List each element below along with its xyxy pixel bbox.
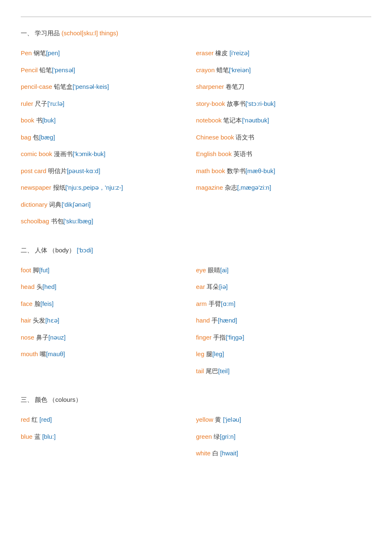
word-english: mouth bbox=[21, 350, 38, 357]
word-item-right-7: math book 数学书[mæθ-buk] bbox=[196, 163, 372, 180]
word-english: white bbox=[196, 450, 211, 457]
word-phonetic: [blu:] bbox=[41, 433, 56, 440]
word-chinese: 铅笔 bbox=[38, 66, 52, 73]
word-english: yellow bbox=[196, 416, 214, 423]
word-grid-1: Pen 钢笔[pen]eraser 橡皮 [i'reizə]Pencil 铅笔[… bbox=[21, 45, 371, 230]
word-english: Chinese book bbox=[196, 134, 234, 141]
word-chinese: 漫画书 bbox=[52, 150, 73, 157]
word-phonetic: [fut] bbox=[39, 266, 49, 274]
word-item-left-0: red 红 [red] bbox=[21, 411, 196, 428]
word-phonetic: [gri:n] bbox=[220, 433, 236, 440]
word-item-right-2: white 白 [hwait] bbox=[196, 445, 372, 462]
word-phonetic: [hed] bbox=[43, 283, 56, 290]
word-chinese: 脚 bbox=[31, 266, 39, 274]
word-item-left-2: face 脸[feis] bbox=[21, 296, 196, 313]
word-chinese: 头 bbox=[34, 283, 42, 290]
word-phonetic: ['kɔmik-buk] bbox=[73, 150, 105, 157]
word-chinese: 手指 bbox=[212, 334, 226, 341]
section-title-english: (school[sku:l] things) bbox=[60, 29, 118, 37]
word-chinese: 脸 bbox=[32, 300, 40, 307]
word-item-left-2: pencil-case 铅笔盒['pensəl-keis] bbox=[21, 78, 196, 95]
word-item-left-1: blue 蓝 [blu:] bbox=[21, 428, 196, 445]
word-phonetic: [hwait] bbox=[219, 450, 239, 457]
word-item-right-4: finger 手指['fiŋgə] bbox=[196, 329, 372, 346]
section-1: 一、 学习用品 (school[sku:l] things)Pen 钢笔[pen… bbox=[21, 29, 371, 230]
word-phonetic: [bæg] bbox=[39, 134, 55, 141]
word-phonetic: ['jeləu] bbox=[221, 416, 241, 423]
word-item-right-2: sharpener 卷笔刀 bbox=[196, 78, 372, 95]
word-item-left-1: head 头[hed] bbox=[21, 279, 196, 296]
word-english: ruler bbox=[21, 100, 33, 107]
word-item-left-10: schoolbag 书包['sku:lbæg] bbox=[21, 213, 196, 230]
word-english: English book bbox=[196, 150, 232, 157]
word-chinese: 词典 bbox=[47, 201, 61, 208]
word-english: ear bbox=[196, 283, 205, 290]
word-english: bag bbox=[21, 134, 31, 141]
word-chinese: 腿 bbox=[205, 350, 212, 357]
word-english: red bbox=[21, 416, 30, 423]
section-title-prefix: 三、 颜色 （colours） bbox=[21, 396, 82, 403]
word-chinese: 报纸 bbox=[51, 184, 65, 191]
word-phonetic: [teil] bbox=[218, 367, 230, 374]
word-phonetic: [,mægə'zi:n] bbox=[237, 184, 271, 191]
word-english: finger bbox=[196, 334, 212, 341]
word-chinese: 蜡笔 bbox=[215, 66, 229, 73]
word-english: hair bbox=[21, 317, 31, 324]
word-chinese: 红 bbox=[30, 416, 38, 423]
word-english: tail bbox=[196, 367, 204, 374]
word-english: magazine bbox=[196, 184, 223, 191]
word-chinese: 橡皮 bbox=[214, 49, 228, 56]
word-chinese: 嘴 bbox=[38, 350, 46, 357]
word-chinese: 铅笔盒 bbox=[52, 83, 73, 90]
word-english: arm bbox=[196, 300, 207, 307]
word-chinese: 蓝 bbox=[32, 433, 40, 440]
word-chinese: 耳朵 bbox=[205, 283, 219, 290]
section-title-3: 三、 颜色 （colours） bbox=[21, 396, 371, 404]
word-english: blue bbox=[21, 433, 32, 440]
word-item-right-2: arm 手臂[ɑ:m] bbox=[196, 296, 372, 313]
word-english: face bbox=[21, 300, 32, 307]
word-chinese: 故事书 bbox=[225, 100, 246, 107]
word-phonetic: [nəuz] bbox=[49, 334, 66, 341]
word-item-left-7: post card 明信片[pəust-kɑ:d] bbox=[21, 163, 196, 180]
word-phonetic: [i'reizə] bbox=[228, 49, 249, 56]
word-item-right-6: tail 尾巴[teil] bbox=[196, 363, 372, 380]
word-item-right-0: eye 眼睛[ai] bbox=[196, 262, 372, 279]
word-item-left-0: Pen 钢笔[pen] bbox=[21, 45, 196, 62]
word-item-right-3: hand 手[hænd] bbox=[196, 312, 372, 329]
word-chinese: 鼻子 bbox=[34, 334, 49, 341]
word-phonetic: ['stɔ:ri-buk] bbox=[246, 100, 276, 107]
word-item-right-6: English book 英语书 bbox=[196, 146, 372, 163]
word-chinese: 眼睛 bbox=[206, 266, 220, 274]
word-phonetic: ['pensəl] bbox=[52, 66, 75, 73]
word-item-left-5: bag 包[bæg] bbox=[21, 129, 196, 146]
section-title-1: 一、 学习用品 (school[sku:l] things) bbox=[21, 29, 371, 37]
word-chinese: 尾巴 bbox=[204, 367, 218, 374]
word-chinese: 明信片 bbox=[46, 167, 67, 174]
word-grid-2: foot 脚[fut]eye 眼睛[ai]head 头[hed]ear 耳朵[i… bbox=[21, 262, 371, 380]
word-item-right-8: magazine 杂志[,mægə'zi:n] bbox=[196, 179, 372, 196]
word-phonetic: [ai] bbox=[220, 266, 229, 274]
word-item-right-10 bbox=[196, 213, 372, 230]
word-english: nose bbox=[21, 334, 34, 341]
word-chinese: 手 bbox=[210, 317, 218, 324]
word-english: post card bbox=[21, 167, 46, 174]
word-phonetic: ['nəutbuk] bbox=[242, 117, 269, 124]
word-item-left-3: ruler 尺子['ru:lə] bbox=[21, 95, 196, 112]
word-phonetic: [iə] bbox=[219, 283, 228, 290]
word-chinese: 手臂 bbox=[207, 300, 221, 307]
word-phonetic: [buk] bbox=[42, 117, 56, 124]
word-item-right-3: story-book 故事书['stɔ:ri-buk] bbox=[196, 95, 372, 112]
word-chinese: 数学书 bbox=[225, 167, 246, 174]
word-english: hand bbox=[196, 317, 210, 324]
word-chinese: 杂志 bbox=[223, 184, 237, 191]
word-english: story-book bbox=[196, 100, 225, 107]
word-item-right-5: leg 腿[leg] bbox=[196, 346, 372, 363]
word-item-left-9: dictionary 词典['dikʃənəri] bbox=[21, 196, 196, 213]
section-title-phonetic: ['bɔdi] bbox=[75, 247, 93, 254]
word-item-right-5: Chinese book 语文书 bbox=[196, 129, 372, 146]
word-item-left-0: foot 脚[fut] bbox=[21, 262, 196, 279]
word-item-right-1: green 绿[gri:n] bbox=[196, 428, 372, 445]
word-english: leg bbox=[196, 350, 205, 357]
word-item-right-9 bbox=[196, 196, 372, 213]
